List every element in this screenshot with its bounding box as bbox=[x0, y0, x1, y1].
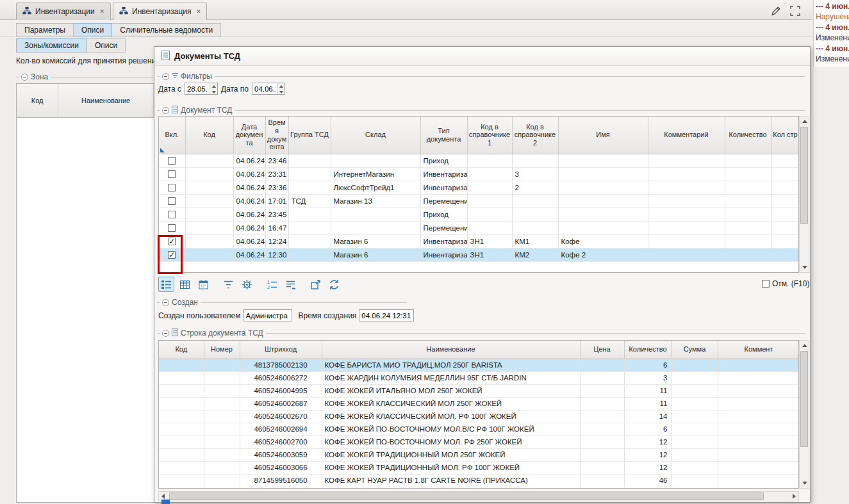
cell-group[interactable] bbox=[288, 154, 331, 167]
cell-lines[interactable] bbox=[771, 194, 799, 207]
table-row[interactable]: 4605246003066КОФЕ ЖОКЕЙ ТРАДИЦИОННЫЙ МОЛ… bbox=[159, 461, 799, 474]
spinner-buttons[interactable] bbox=[277, 83, 284, 94]
column-header[interactable]: Сумма bbox=[672, 341, 718, 359]
cell-qty[interactable]: 14 bbox=[624, 410, 672, 423]
collapse-created-button[interactable] bbox=[162, 299, 169, 306]
cell-qty[interactable] bbox=[725, 207, 771, 221]
cell-price[interactable] bbox=[580, 359, 624, 371]
cell-sum[interactable] bbox=[672, 397, 718, 410]
edit-pencil-icon[interactable] bbox=[769, 4, 782, 17]
table-row[interactable]: 4605246002694КОФЕ ЖОКЕЙ ПО-ВОСТОЧНОМУ МО… bbox=[159, 423, 799, 435]
cell-ref2[interactable]: КМ2 bbox=[512, 248, 558, 261]
cell-code[interactable] bbox=[159, 448, 204, 461]
cell-warehouse[interactable]: Магазин 13 bbox=[331, 194, 420, 207]
cell-num[interactable] bbox=[204, 461, 240, 474]
scrollbar-thumb[interactable] bbox=[800, 351, 808, 447]
cell-warehouse[interactable]: ЛюксСофтТрейд1 bbox=[331, 181, 420, 194]
column-header[interactable]: Количество bbox=[725, 117, 771, 154]
table-row[interactable]: 4605246006272КОФЕ ЖАРДИН КОЛУМБИЯ МЕДЕЛЛ… bbox=[159, 371, 799, 384]
refresh-icon[interactable] bbox=[326, 277, 342, 292]
cell-barcode[interactable]: 4605246002670 bbox=[240, 410, 322, 423]
column-header[interactable]: Наименование bbox=[322, 341, 580, 359]
cell-ref2[interactable]: 3 bbox=[512, 167, 558, 181]
cell-comment[interactable] bbox=[648, 181, 725, 194]
date-from-input[interactable] bbox=[185, 83, 218, 95]
cell-barcode[interactable]: 4605246003066 bbox=[240, 461, 322, 474]
cell-name[interactable]: КОФЕ БАРИСТА МИО ТРАДИЦ.МОЛ 250Г BARISTA bbox=[322, 359, 580, 371]
cell-qty[interactable]: 6 bbox=[624, 423, 672, 435]
cell-num[interactable] bbox=[204, 359, 240, 371]
cell-doc_type[interactable]: Инвентариза bbox=[420, 167, 467, 181]
cell-comment[interactable] bbox=[718, 461, 799, 474]
list-view-icon[interactable] bbox=[158, 277, 174, 292]
cell-qty[interactable] bbox=[725, 181, 771, 194]
column-header[interactable]: Количество bbox=[624, 341, 672, 359]
cell-num[interactable] bbox=[204, 448, 240, 461]
table-row[interactable]: 4605246003059КОФЕ ЖОКЕЙ ТРАДИЦИОННЫЙ МОЛ… bbox=[159, 448, 799, 461]
cell-price[interactable] bbox=[580, 435, 624, 448]
table-row[interactable]: 04.06.2412:24Магазин 6ИнвентаризаЗН1КМ1К… bbox=[159, 234, 799, 248]
cell-name[interactable]: Кофе bbox=[558, 234, 648, 248]
cell-lines[interactable] bbox=[771, 167, 799, 181]
cell-code[interactable] bbox=[185, 207, 233, 221]
cell-qty[interactable] bbox=[725, 167, 771, 181]
cell-code[interactable] bbox=[159, 371, 204, 384]
scroll-right-arrow[interactable] bbox=[789, 492, 798, 501]
cell-qty[interactable] bbox=[725, 234, 771, 248]
cell-date[interactable]: 04.06.24 bbox=[233, 248, 265, 261]
cell-ref1[interactable] bbox=[467, 194, 512, 207]
marked-f10-checkbox[interactable]: Отм. (F10) bbox=[762, 279, 809, 288]
cell-name[interactable]: КОФЕ ЖОКЕЙ ТРАДИЦИОННЫЙ МОЛ 250Г ЖОКЕЙ bbox=[322, 448, 580, 461]
cell-price[interactable] bbox=[580, 448, 624, 461]
cell-sum[interactable] bbox=[672, 371, 718, 384]
row-include-checkbox[interactable] bbox=[168, 170, 176, 178]
cell-name[interactable]: КОФЕ ЖОКЕЙ КЛАССИЧЕСКИЙ МОЛ. РФ 100Г ЖОК… bbox=[322, 410, 580, 423]
cell-qty[interactable]: 3 bbox=[624, 371, 672, 384]
cell-code[interactable] bbox=[185, 154, 233, 167]
table-row[interactable]: 04.06.2416:47Перемещени bbox=[159, 221, 799, 234]
cell-code[interactable] bbox=[159, 397, 204, 410]
cell-name[interactable]: КОФЕ ЖОКЕЙ ТРАДИЦИОННЫЙ МОЛ. РФ 100Г ЖОК… bbox=[322, 461, 580, 474]
cell-sum[interactable] bbox=[672, 474, 718, 487]
collapse-zone-button[interactable] bbox=[21, 74, 28, 81]
column-header[interactable]: Код bbox=[17, 84, 58, 117]
cell-ref1[interactable]: ЗН1 bbox=[467, 234, 512, 248]
cell-comment[interactable] bbox=[718, 423, 799, 435]
tab-item[interactable]: Сличительные ведомости bbox=[112, 23, 221, 37]
cell-group[interactable] bbox=[288, 181, 331, 194]
cell-price[interactable] bbox=[580, 410, 624, 423]
cell-comment[interactable] bbox=[718, 384, 799, 397]
cell-code[interactable] bbox=[185, 248, 233, 261]
cell-ref1[interactable] bbox=[467, 207, 512, 221]
cell-ref1[interactable]: ЗН1 bbox=[467, 248, 512, 261]
cell-barcode[interactable]: 4813785002130 bbox=[240, 359, 322, 371]
cell-sum[interactable] bbox=[672, 448, 718, 461]
table-row[interactable]: 04.06.2423:36ЛюксСофтТрейд1Инвентариза2 bbox=[159, 181, 799, 194]
cell-lines[interactable] bbox=[771, 207, 799, 221]
cell-comment[interactable] bbox=[718, 371, 799, 384]
cell-comment[interactable] bbox=[718, 474, 799, 487]
row-include-checkbox[interactable] bbox=[168, 197, 176, 205]
cell-warehouse[interactable]: Магазин 6 bbox=[331, 234, 420, 248]
cell-name[interactable] bbox=[558, 181, 648, 194]
cell-group[interactable] bbox=[288, 207, 331, 221]
cell-sum[interactable] bbox=[672, 384, 718, 397]
cell-qty[interactable]: 12 bbox=[624, 435, 672, 448]
cell-name[interactable]: Кофе 2 bbox=[558, 248, 648, 261]
maximize-icon[interactable] bbox=[789, 4, 802, 17]
cell-name[interactable] bbox=[558, 154, 648, 167]
cell-comment[interactable] bbox=[648, 221, 725, 234]
column-header[interactable]: Имя bbox=[558, 117, 648, 154]
cell-qty[interactable]: 6 bbox=[624, 359, 672, 371]
column-header[interactable]: Штрихкод bbox=[240, 341, 322, 359]
cell-warehouse[interactable] bbox=[331, 207, 420, 221]
cell-name[interactable] bbox=[558, 194, 648, 207]
tab-item[interactable]: Описи bbox=[87, 38, 126, 53]
collapse-line-button[interactable] bbox=[162, 330, 169, 337]
filter-icon[interactable] bbox=[220, 277, 236, 292]
column-header[interactable]: Наименование bbox=[58, 84, 154, 117]
column-header[interactable]: Кол стр bbox=[771, 117, 799, 154]
cell-sum[interactable] bbox=[672, 423, 718, 435]
cell-ref2[interactable] bbox=[512, 207, 558, 221]
grid-view-icon[interactable] bbox=[177, 277, 193, 292]
